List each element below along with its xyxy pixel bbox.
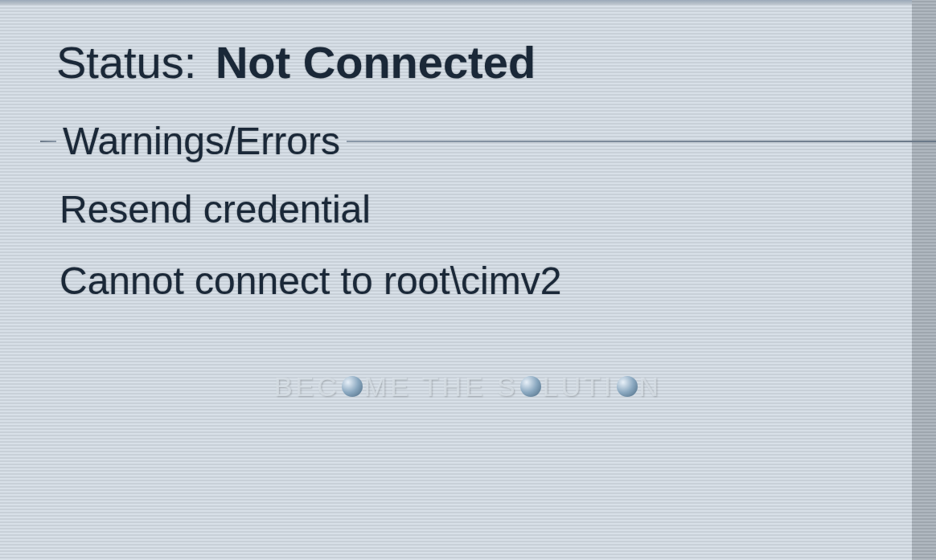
- error-message-2: Cannot connect to root\cimv2: [60, 259, 936, 303]
- error-message-1: Resend credential: [60, 187, 936, 231]
- warnings-errors-title: Warnings/Errors: [56, 119, 347, 163]
- status-line: Status: Not Connected: [56, 36, 936, 88]
- window-top-border: [0, 0, 936, 5]
- window-right-edge: [912, 0, 936, 560]
- watermark-text-4: N: [639, 371, 663, 402]
- status-label: Status:: [56, 36, 196, 88]
- warnings-errors-fieldset-header: Warnings/Errors: [40, 119, 936, 163]
- watermark-overlay: BECME THE SLUTIN: [0, 371, 936, 403]
- fieldset-line-left: [40, 141, 56, 142]
- watermark-text-1: BEC: [274, 371, 340, 402]
- watermark-globe-icon: [617, 376, 638, 397]
- fieldset-line-right: [347, 141, 936, 142]
- watermark-globe-icon: [520, 376, 541, 397]
- watermark-globe-icon: [342, 376, 363, 397]
- watermark-text-2: ME THE S: [364, 371, 519, 402]
- status-value: Not Connected: [216, 36, 536, 88]
- watermark-text-3: LUTI: [543, 371, 615, 402]
